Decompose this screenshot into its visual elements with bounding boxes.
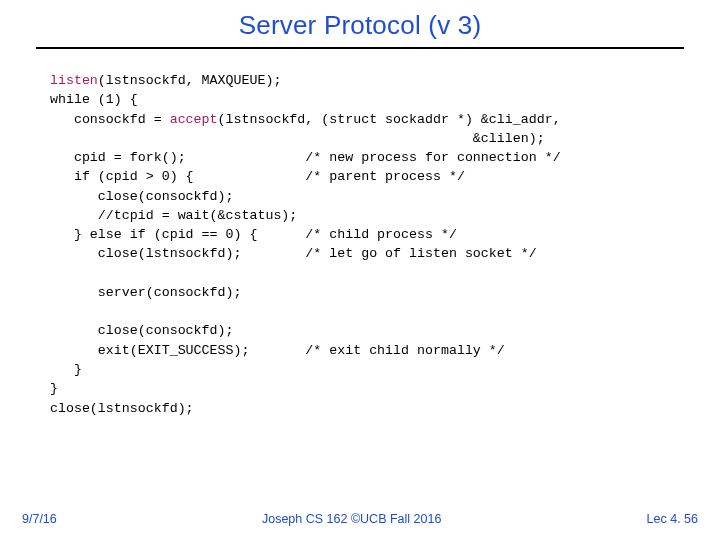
- footer: 9/7/16 Joseph CS 162 ©UCB Fall 2016 Lec …: [0, 512, 720, 526]
- code-line: &clilen);: [34, 131, 545, 146]
- slide-title: Server Protocol (v 3): [0, 0, 720, 47]
- code-line: if (cpid > 0) { /* parent process */: [34, 169, 465, 184]
- code-line: close(consockfd);: [34, 323, 234, 338]
- code-line: //tcpid = wait(&cstatus);: [34, 208, 297, 223]
- code-line: close(consockfd);: [34, 189, 234, 204]
- code-block: listen(lstnsockfd, MAXQUEUE); while (1) …: [0, 49, 720, 418]
- code-line: close(lstnsockfd);: [34, 401, 194, 416]
- code-line: }: [34, 381, 58, 396]
- footer-lecture: Lec 4. 56: [647, 512, 698, 526]
- keyword-accept: accept: [170, 112, 218, 127]
- code-line: } else if (cpid == 0) { /* child process…: [34, 227, 457, 242]
- code-line: exit(EXIT_SUCCESS); /* exit child normal…: [34, 343, 505, 358]
- code-line: }: [34, 362, 82, 377]
- code-line: while (1) {: [34, 92, 138, 107]
- keyword-listen: listen: [50, 73, 98, 88]
- code-line: close(lstnsockfd); /* let go of listen s…: [34, 246, 537, 261]
- code-line: server(consockfd);: [34, 285, 241, 300]
- code-line: listen(lstnsockfd, MAXQUEUE);: [34, 73, 281, 88]
- code-line: consockfd = accept(lstnsockfd, (struct s…: [34, 112, 561, 127]
- footer-date: 9/7/16: [22, 512, 57, 526]
- footer-center: Joseph CS 162 ©UCB Fall 2016: [57, 512, 647, 526]
- code-line: cpid = fork(); /* new process for connec…: [34, 150, 561, 165]
